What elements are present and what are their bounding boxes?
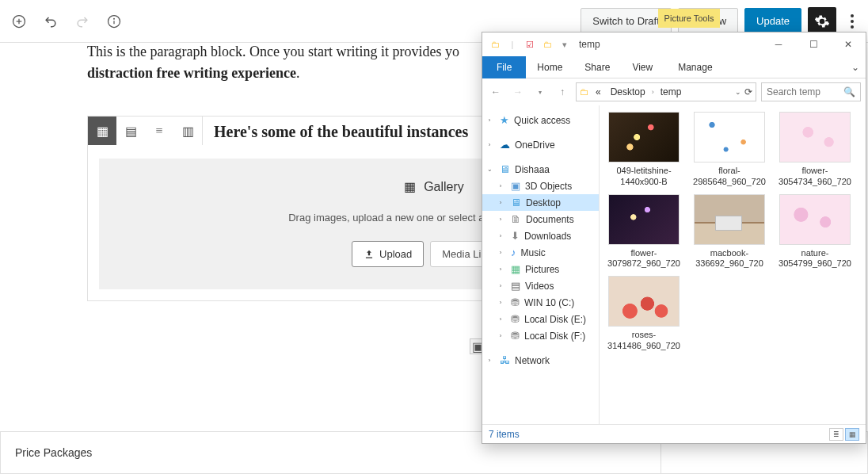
item-count: 7 items: [489, 429, 520, 440]
tab-manage[interactable]: Manage: [667, 57, 723, 78]
expand-icon[interactable]: ›: [497, 232, 504, 239]
redo-button[interactable]: [70, 9, 95, 34]
minimize-button[interactable]: ─: [761, 32, 796, 56]
svg-point-7: [851, 20, 854, 23]
nav-forward-button[interactable]: →: [509, 83, 527, 101]
tree-item[interactable]: ›⛃Local Disk (E:): [482, 311, 599, 327]
dropdown-icon[interactable]: ▾: [557, 36, 573, 52]
tree-item-label: WIN 10 (C:): [524, 297, 574, 308]
update-button[interactable]: Update: [744, 8, 801, 34]
undo-button[interactable]: [38, 9, 63, 34]
nav-recent-dropdown[interactable]: ▾: [531, 83, 549, 101]
expand-icon[interactable]: ›: [485, 117, 493, 124]
file-name: flower-3079872_960_720: [604, 248, 683, 270]
tree-item[interactable]: ›☁OneDrive: [482, 136, 599, 153]
file-item[interactable]: flower-3054734_960_720: [775, 112, 855, 188]
tree-item-label: Local Disk (F:): [524, 331, 585, 342]
svg-point-5: [114, 18, 115, 19]
tree-item[interactable]: ›♪Music: [482, 244, 599, 261]
close-button[interactable]: ✕: [831, 32, 866, 56]
file-item[interactable]: macbook-336692_960_720: [690, 194, 769, 270]
info-button[interactable]: [101, 9, 127, 34]
paragraph-post: .: [296, 65, 300, 81]
folder-icon: 🗀: [580, 86, 589, 97]
expand-icon[interactable]: ›: [497, 182, 504, 189]
expand-icon[interactable]: ›: [497, 199, 504, 206]
file-thumbnail: [779, 112, 851, 162]
folder-icon: 🗀: [487, 36, 503, 52]
tree-item[interactable]: ›▣3D Objects: [482, 178, 599, 194]
expand-icon[interactable]: ›: [497, 216, 504, 223]
tab-share[interactable]: Share: [573, 57, 621, 78]
expand-icon[interactable]: ›: [497, 266, 504, 273]
file-name: 049-letitshine-1440x900-B: [604, 166, 683, 188]
address-bar[interactable]: 🗀 « Desktop › temp ⌄ ⟳: [576, 82, 756, 101]
breadcrumb[interactable]: temp: [657, 86, 685, 97]
nav-back-button[interactable]: ←: [487, 83, 504, 101]
status-bar: 7 items ≣ ▦: [482, 424, 866, 443]
align-right-button[interactable]: ▥: [173, 117, 202, 145]
align-center-button[interactable]: ≡: [145, 117, 173, 145]
explorer-titlebar[interactable]: 🗀 | ☑ 🗀 ▾ temp Picture Tools ─ ☐ ✕: [482, 32, 866, 56]
add-block-button[interactable]: [6, 9, 32, 34]
tree-item-icon: ⬇: [511, 230, 520, 242]
tree-item-label: Videos: [525, 281, 554, 292]
nav-up-button[interactable]: ↑: [554, 83, 571, 101]
tab-home[interactable]: Home: [526, 57, 573, 78]
expand-icon[interactable]: ⌄: [485, 166, 493, 173]
tree-item-icon: 🗎: [511, 213, 521, 225]
tree-item-label: Network: [515, 355, 550, 366]
ribbon-toggle-icon[interactable]: ⌄: [851, 62, 859, 73]
tree-item[interactable]: ⌄🖥Dishaaa: [482, 161, 599, 178]
svg-point-6: [851, 14, 854, 17]
block-toolbar: ▦ ▤ ≡ ▥: [88, 117, 203, 145]
maximize-button[interactable]: ☐: [796, 32, 831, 56]
explorer-nav: ← → ▾ ↑ 🗀 « Desktop › temp ⌄ ⟳ 🔍: [482, 78, 866, 105]
tab-view[interactable]: View: [621, 57, 664, 78]
tree-item[interactable]: ›⛃WIN 10 (C:): [482, 294, 599, 311]
file-item[interactable]: roses-3141486_960_720: [604, 276, 683, 352]
properties-icon[interactable]: ☑: [522, 36, 538, 52]
file-thumbnail: [694, 112, 765, 162]
thumbnails-view-icon[interactable]: ▦: [845, 428, 859, 441]
tree-item[interactable]: ›⬇Downloads: [482, 227, 599, 244]
tree-item[interactable]: ›★Quick access: [482, 112, 599, 128]
details-view-icon[interactable]: ≣: [829, 428, 843, 441]
file-item[interactable]: floral-2985648_960_720: [690, 112, 769, 188]
tree-item-label: Local Disk (E:): [524, 314, 586, 325]
picture-tools-label: Picture Tools: [658, 9, 720, 28]
tree-item-icon: ⛃: [511, 330, 520, 342]
tree-item-icon: 🖥: [500, 163, 510, 175]
file-item[interactable]: nature-3054799_960_720: [775, 194, 855, 270]
tree-item[interactable]: ›⛃Local Disk (F:): [482, 327, 599, 344]
tree-item-label: Quick access: [514, 115, 570, 126]
tree-item[interactable]: ›🖧Network: [482, 352, 599, 369]
folder-icon[interactable]: 🗀: [539, 36, 555, 52]
tree-item-icon: ★: [500, 114, 509, 126]
expand-icon[interactable]: ›: [497, 249, 504, 256]
expand-icon[interactable]: ›: [497, 282, 504, 289]
upload-button[interactable]: Upload: [352, 241, 424, 267]
expand-icon[interactable]: ›: [497, 315, 504, 323]
expand-icon[interactable]: ›: [485, 141, 493, 148]
file-item[interactable]: flower-3079872_960_720: [604, 194, 683, 270]
search-box[interactable]: 🔍: [761, 82, 861, 101]
breadcrumb[interactable]: Desktop: [607, 86, 649, 97]
tree-item-icon: 🖧: [500, 354, 510, 366]
tree-item[interactable]: ›🗎Documents: [482, 211, 599, 227]
tab-file[interactable]: File: [482, 56, 526, 78]
address-dropdown-icon[interactable]: ⌄: [735, 88, 741, 96]
align-left-button[interactable]: ▤: [116, 117, 145, 145]
file-grid[interactable]: 049-letitshine-1440x900-Bfloral-2985648_…: [600, 105, 866, 424]
expand-icon[interactable]: ›: [497, 332, 504, 339]
tree-item[interactable]: ›🖥Desktop: [482, 194, 599, 211]
expand-icon[interactable]: ›: [497, 299, 504, 306]
refresh-icon[interactable]: ⟳: [744, 86, 752, 97]
gallery-block-icon[interactable]: ▦: [88, 117, 116, 145]
search-input[interactable]: [767, 86, 843, 97]
file-item[interactable]: 049-letitshine-1440x900-B: [604, 112, 683, 188]
tree-item[interactable]: ›▤Videos: [482, 277, 599, 294]
expand-icon[interactable]: ›: [485, 357, 493, 364]
tree-item[interactable]: ›▦Pictures: [482, 261, 599, 277]
navigation-tree[interactable]: ›★Quick access›☁OneDrive⌄🖥Dishaaa›▣3D Ob…: [482, 105, 600, 424]
